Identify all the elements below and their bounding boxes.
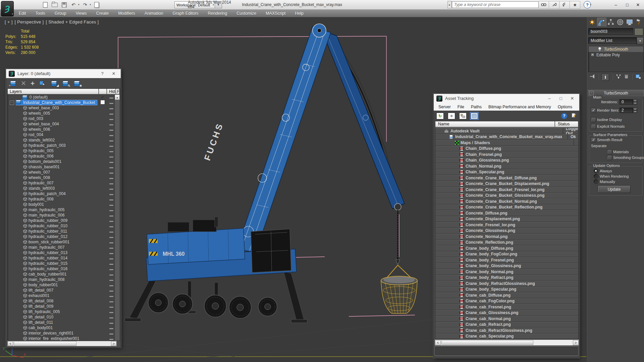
collapse-icon[interactable]: - (589, 91, 594, 95)
hide-toggle[interactable] (109, 296, 113, 297)
viewport-pov-menu[interactable]: [ Perspective ] (15, 19, 44, 24)
hide-toggle[interactable] (109, 248, 113, 249)
asset-row[interactable]: PNGCrane_cab_RefractGlossiness.pngFound (435, 327, 578, 334)
asset-row[interactable]: PNGCrane_body_Fresnel.pngFound (435, 257, 578, 263)
hide-toggle[interactable] (109, 339, 113, 340)
scroll-left-icon[interactable]: < (8, 341, 13, 346)
asset-row[interactable]: PNGConcrete_Fresnel_Ior.pngFound (435, 222, 578, 228)
help-dropdown-icon[interactable]: ▾ (590, 3, 591, 6)
tab-create[interactable] (588, 18, 596, 26)
layer-object-row[interactable]: hydraulic_008 (8, 196, 115, 202)
layer-object-row[interactable]: exhaust001 (8, 293, 115, 298)
asset-row[interactable]: PNGConcrete_Crane_Bucket_Glossiness.pngF… (435, 193, 578, 199)
redo-icon[interactable]: ↷ (82, 1, 89, 8)
maximize-button[interactable]: □ (623, 1, 632, 8)
layer-object-row[interactable]: interior_devices_right001 (8, 330, 115, 336)
layer-object-row[interactable]: hydraulic_rubber_014 (8, 255, 115, 261)
layer-object-row[interactable]: body001 (8, 202, 115, 207)
select-objects-in-layer-icon[interactable] (39, 80, 46, 86)
hide-toggle[interactable] (109, 291, 113, 292)
search-input[interactable] (452, 1, 539, 8)
radio-always[interactable] (594, 169, 598, 173)
hide-toggle[interactable] (109, 312, 113, 313)
hide-toggle[interactable] (109, 103, 113, 104)
iterations-spinner[interactable]: 0 (620, 99, 633, 105)
tab-motion[interactable] (616, 18, 625, 26)
online-help-icon[interactable]: ? (561, 113, 567, 119)
asset-row[interactable]: PNGCrane_cab_Diffuse.pngFound (435, 292, 578, 298)
asset-row[interactable]: PNGChain_Normal.pngFound (435, 163, 578, 169)
minimize-button[interactable]: – (611, 1, 621, 8)
layer-object-row[interactable]: lift_detail_011 (8, 320, 115, 325)
menu-animation[interactable]: Animation (140, 10, 168, 17)
layer-object-row[interactable]: stands_left003 (8, 186, 115, 191)
asset-row[interactable]: PNGChain_Specular.pngFound (435, 169, 578, 175)
asset-row[interactable]: PNGCrane_body_Refract.pngFound (435, 275, 578, 281)
layer-object-row[interactable]: wheels_006 (8, 127, 115, 132)
object-name-field[interactable]: boom003 (588, 28, 633, 35)
hide-toggle[interactable] (109, 280, 113, 281)
asset-row[interactable]: PNGConcrete_Crane_Bucket_Diffuse.pngFoun… (435, 175, 578, 181)
menu-help[interactable]: Help (290, 10, 308, 17)
hide-toggle[interactable] (109, 183, 113, 184)
menu-customize[interactable]: Customize (232, 10, 261, 17)
hide-column-header[interactable]: Hide (107, 89, 116, 94)
configure-modifier-sets-icon[interactable] (635, 74, 641, 80)
show-end-result-icon[interactable] (602, 74, 609, 81)
layer-object-row[interactable]: hydraulic_rubber_011 (8, 229, 115, 234)
open-file-icon[interactable] (51, 1, 58, 8)
hide-toggle[interactable] (109, 130, 113, 131)
explicit-normals-checkbox[interactable] (591, 124, 596, 129)
asset-row[interactable]: PNGCrane_body_Glossiness.pngFound (435, 263, 578, 269)
hide-toggle[interactable] (109, 210, 113, 211)
scrollbar-thumb[interactable] (441, 340, 533, 345)
materials-checkbox[interactable] (607, 149, 612, 155)
asset-row[interactable]: PNGConcrete_Reflection.pngFound (435, 240, 578, 246)
layer-object-row[interactable]: boom_stick_rubber001 (8, 239, 115, 245)
asset-row[interactable]: PNGCrane_cab_FogColor.pngFound (435, 298, 578, 304)
hide-toggle[interactable] (109, 199, 113, 200)
object-color-swatch[interactable] (635, 28, 643, 36)
hide-toggle[interactable] (109, 216, 113, 217)
tab-modify[interactable] (597, 18, 606, 26)
create-new-layer-icon[interactable]: ● (9, 80, 16, 86)
remove-modifier-icon[interactable] (624, 74, 629, 80)
hide-toggle[interactable] (109, 301, 113, 302)
scroll-up-icon[interactable]: ▴ (115, 95, 120, 100)
asset-row[interactable]: PNGCrane_cab_Refract.pngFound (435, 322, 578, 328)
favorites-star-icon[interactable]: ★ (570, 1, 580, 9)
layer-object-row[interactable]: cab_body_rubber001 (8, 272, 115, 277)
tree-view-icon[interactable] (459, 113, 467, 119)
hide-toggle[interactable] (109, 221, 113, 222)
hide-toggle[interactable] (109, 317, 113, 318)
collapse-layer-icon[interactable]: - (10, 101, 14, 105)
smoothing-groups-checkbox[interactable] (607, 155, 612, 160)
layer-object-row[interactable]: hydraulic_patch_004 (8, 191, 115, 196)
layer-object-row[interactable]: wheel_base_004 (8, 121, 115, 127)
search-collapse-icon[interactable]: ▸ (447, 1, 452, 8)
asset-row[interactable]: PNGConcrete_Diffuse.pngFound (435, 210, 578, 216)
application-menu-button[interactable]: Ȝ ▾ (1, 1, 14, 16)
undo-icon[interactable]: ↶ (70, 1, 77, 8)
layer-row-selected[interactable]: -Industrial_Crane_with_Concrete_Bucket (8, 100, 115, 105)
refresh-icon[interactable]: ↻ (436, 113, 444, 119)
layer-object-row[interactable]: lift_detail_008 (8, 298, 115, 304)
hide-toggle[interactable] (109, 108, 113, 109)
layer-object-row[interactable]: hydraulic_005 (8, 148, 115, 154)
make-unique-icon[interactable] (616, 74, 621, 80)
layer-object-row[interactable]: hydraulic_rubber_016 (8, 266, 115, 272)
menu-tools[interactable]: Tools (31, 10, 50, 17)
asset-dialog-titlebar[interactable]: Ȝ Asset Tracking – □ ✕ (434, 94, 579, 103)
list-view-icon[interactable]: ≡ (448, 113, 455, 119)
asset-row[interactable]: PNGCrane_cab_Glossiness.pngFound (435, 310, 578, 316)
undo-dropdown-icon[interactable]: ▾ (78, 3, 79, 6)
hide-toggle[interactable] (109, 178, 113, 179)
table-view-icon[interactable] (471, 113, 478, 119)
asset-close-button[interactable]: ✕ (568, 95, 577, 102)
hide-toggle[interactable] (109, 285, 113, 286)
asset-row[interactable]: Autodesk VaultLogged Out (435, 128, 578, 134)
close-button[interactable]: ✕ (633, 1, 643, 8)
hide-toggle[interactable] (109, 253, 113, 254)
asset-menu-options[interactable]: Options (554, 103, 576, 111)
asset-row[interactable]: PNGConcrete_Crane_Bucket_Reflection.pngF… (435, 204, 578, 210)
